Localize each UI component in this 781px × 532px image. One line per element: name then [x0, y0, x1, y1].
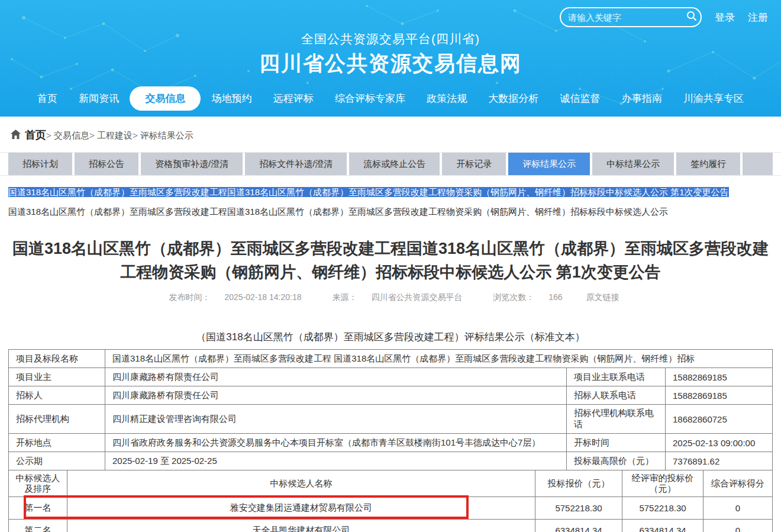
nav-item-credit-watch[interactable]: 诚信监督 [550, 86, 611, 111]
breadcrumb-separator: > [46, 130, 54, 140]
candidates-header-cell: 经评审的投标价（元） [622, 470, 703, 497]
info-value: 2025-02-19 至 2025-02-25 [105, 452, 567, 470]
breadcrumb: 首页> 交易信息> 工程建设> 评标结果公示 [0, 117, 781, 152]
tab-contract-performance[interactable]: 签约履行 [676, 153, 740, 175]
nav-item-news[interactable]: 新闻资讯 [68, 86, 130, 111]
info-label: 招标人 [9, 386, 105, 405]
candidate-evaluated: 5752218.30 [622, 497, 703, 520]
candidate-evaluated: 6334814.34 [622, 520, 703, 532]
site-titles: 全国公共资源交易平台(四川省) 四川省公共资源交易信息网 [0, 31, 781, 78]
publish-time: 发布时间：2025-02-18 14:20:18 [162, 292, 308, 302]
site-title: 四川省公共资源交易信息网 [0, 50, 781, 78]
info-value: 18682860725 [665, 405, 772, 434]
info-value: 四川康藏路桥有限责任公司 [105, 386, 567, 405]
header-topbar: 登录 注册 [560, 7, 768, 27]
nav-item-policy[interactable]: 政策法规 [416, 86, 477, 111]
info-row-0: 项目及标段名称国道318名山区黑竹（成都界）至雨城区多营段改建工程 国道318名… [9, 350, 773, 368]
breadcrumb-separator: > [133, 130, 140, 140]
nav-item-chuanyu-zone[interactable]: 川渝共享专区 [673, 86, 754, 111]
info-value: 四川精正建设管理咨询有限公司 [105, 405, 567, 434]
tab-doc-clarify[interactable]: 招标文件补遗/澄清 [245, 153, 347, 175]
info-row-4: 开标地点四川省政府政务服务和公共资源交易服务中心本项目开标室（成都市青羊区鼓楼南… [9, 434, 773, 452]
info-label: 项目业主 [9, 368, 105, 386]
tab-bid-opening[interactable]: 开标记录 [442, 153, 506, 175]
breadcrumb-separator: > [89, 130, 97, 140]
site-subtitle: 全国公共资源交易平台(四川省) [0, 31, 781, 47]
breadcrumb-item-3[interactable]: 评标结果公示 [140, 130, 193, 140]
candidates-header-cell: 综合评标得分 [703, 470, 773, 497]
candidate-row-2: 第二名天全县凯华建材有限公司6334814.346334814.340 [9, 520, 773, 532]
info-label: 投标最高限价（元） [566, 452, 665, 470]
tab-prequal-clarify[interactable]: 资格预审补遗/澄清 [141, 153, 243, 175]
nav-item-venue-booking[interactable]: 场地预约 [201, 86, 263, 111]
nav-item-home[interactable]: 首页 [27, 86, 68, 111]
info-value: 7376891.62 [665, 452, 772, 470]
tab-bid-plan[interactable]: 招标计划 [8, 153, 72, 175]
info-value: 四川康藏路桥有限责任公司 [105, 368, 567, 386]
origin-link[interactable]: 原文链接 [586, 292, 619, 302]
breadcrumb-item-2[interactable]: 工程建设 [97, 130, 133, 140]
project-info-table: 项目及标段名称国道318名山区黑竹（成都界）至雨城区多营段改建工程 国道318名… [8, 349, 773, 470]
candidate-name: 天全县凯华建材有限公司 [67, 520, 535, 532]
candidates-section: 中标候选人及排序中标候选人名称投标报价（元）经评审的投标价（元）综合评标得分第一… [8, 470, 773, 532]
info-row-2: 招标人四川康藏路桥有限责任公司招标人联系电话15882869185 [9, 386, 773, 405]
info-value: 15882869185 [665, 386, 772, 405]
search-box[interactable] [560, 7, 702, 27]
candidate-score: 0 [703, 497, 773, 520]
candidates-table: 中标候选人及排序中标候选人名称投标报价（元）经评审的投标价（元）综合评标得分第一… [8, 470, 773, 532]
tab-eval-result[interactable]: 评标结果公示 [508, 153, 590, 175]
candidate-rank: 第二名 [9, 520, 67, 532]
candidate-bid: 6334814.34 [535, 520, 622, 532]
candidate-name: 雅安交建集团运通建材贸易有限公司 [67, 497, 535, 520]
info-row-1: 项目业主四川康藏路桥有限责任公司项目业主联系电话15882869185 [9, 368, 773, 386]
info-value: 国道318名山区黑竹（成都界）至雨城区多营段改建工程 国道318名山区黑竹（成都… [105, 350, 773, 368]
candidate-rank: 第一名 [9, 497, 67, 520]
info-label: 公示期 [9, 452, 105, 470]
source: 来源：四川省公共资源交易平台 [325, 292, 469, 302]
nav-item-trade-info[interactable]: 交易信息 [130, 86, 201, 111]
search-input[interactable] [568, 12, 686, 22]
candidates-header-cell: 投标报价（元） [535, 470, 622, 497]
announcement-link-selected[interactable]: 国道318名山区黑竹（成都界）至雨城区多营段改建工程国道318名山区黑竹（成都界… [8, 185, 773, 199]
category-tabs: 招标计划招标公告资格预审补遗/澄清招标文件补遗/澄清流标或终止公告开标记录评标结… [0, 152, 781, 176]
register-link[interactable]: 注册 [748, 11, 768, 24]
view-count: 浏览次数：166 [486, 292, 569, 302]
info-label: 项目及标段名称 [9, 350, 105, 368]
article-meta: 发布时间：2025-02-18 14:20:18 来源：四川省公共资源交易平台 … [0, 292, 781, 303]
nav-item-expert-pool[interactable]: 综合评标专家库 [324, 86, 416, 111]
candidate-row-1: 第一名雅安交建集团运通建材贸易有限公司5752218.305752218.300 [9, 497, 773, 520]
tab-bid-notice[interactable]: 招标公告 [75, 153, 138, 175]
info-label: 招标人联系电话 [566, 386, 665, 405]
nav-item-remote-eval[interactable]: 远程评标 [263, 86, 324, 111]
login-link[interactable]: 登录 [715, 11, 735, 24]
announcement-list: 国道318名山区黑竹（成都界）至雨城区多营段改建工程国道318名山区黑竹（成都界… [0, 176, 781, 219]
info-value: 15882869185 [665, 368, 772, 386]
candidate-bid: 5752218.30 [535, 497, 622, 520]
nav-item-big-data[interactable]: 大数据分析 [477, 86, 549, 111]
breadcrumb-item-0[interactable]: 首页 [25, 129, 46, 141]
nav-item-guide[interactable]: 办事指南 [611, 86, 673, 111]
main-nav: 首页新闻资讯交易信息场地预约远程评标综合评标专家库政策法规大数据分析诚信监督办事… [0, 86, 781, 111]
info-label: 开标时间 [566, 434, 665, 452]
search-icon[interactable] [686, 10, 698, 24]
info-label: 开标地点 [9, 434, 105, 452]
announcement-link[interactable]: 国道318名山区黑竹（成都界）至雨城区多营段改建工程国道318名山区黑竹（成都界… [8, 205, 773, 219]
tab-filler [743, 153, 773, 175]
page-title: 国道318名山区黑竹（成都界）至雨城区多营段改建工程国道318名山区黑竹（成都界… [7, 237, 774, 284]
info-value: 四川省政府政务服务和公共资源交易服务中心本项目开标室（成都市青羊区鼓楼南街101… [105, 434, 567, 452]
table-caption: （国道318名山区黑竹（成都界）至雨城区多营段改建工程）评标结果公示（标准文本） [0, 330, 781, 344]
result-tables: 项目及标段名称国道318名山区黑竹（成都界）至雨城区多营段改建工程 国道318名… [8, 349, 773, 532]
tab-win-result[interactable]: 中标结果公示 [592, 153, 674, 175]
info-value: 2025-02-13 09:00:00 [665, 434, 772, 452]
candidate-score: 0 [703, 520, 773, 532]
candidates-header-cell: 中标候选人名称 [67, 470, 535, 497]
home-icon[interactable] [11, 130, 21, 141]
info-label: 项目业主联系电话 [566, 368, 665, 386]
site-header: 登录 注册 全国公共资源交易平台(四川省) 四川省公共资源交易信息网 首页新闻资… [0, 0, 781, 117]
tab-fail-terminate[interactable]: 流标或终止公告 [349, 153, 440, 175]
candidates-header-cell: 中标候选人及排序 [9, 470, 67, 497]
breadcrumb-item-1[interactable]: 交易信息 [54, 130, 89, 140]
info-row-3: 招标代理机构四川精正建设管理咨询有限公司招标代理机构联系电话1868286072… [9, 405, 773, 434]
info-label: 招标代理机构 [9, 405, 105, 434]
info-row-5: 公示期2025-02-19 至 2025-02-25投标最高限价（元）73768… [9, 452, 773, 470]
